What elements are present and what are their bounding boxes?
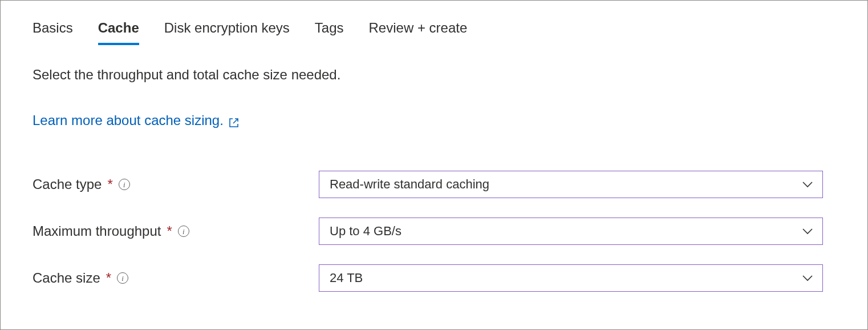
- field-cache-type: Cache type * i Read-write standard cachi…: [33, 171, 835, 198]
- tab-basics[interactable]: Basics: [33, 19, 73, 45]
- select-cache-type[interactable]: Read-write standard caching: [319, 171, 823, 198]
- required-indicator: *: [106, 270, 111, 286]
- info-icon[interactable]: i: [178, 226, 189, 237]
- label-max-throughput-text: Maximum throughput: [33, 223, 161, 239]
- tab-bar: Basics Cache Disk encryption keys Tags R…: [33, 19, 835, 45]
- description-text: Select the throughput and total cache si…: [33, 66, 835, 84]
- tab-tags[interactable]: Tags: [315, 19, 344, 45]
- select-cache-type-value: Read-write standard caching: [330, 177, 489, 192]
- label-cache-type: Cache type * i: [33, 176, 319, 192]
- select-max-throughput[interactable]: Up to 4 GB/s: [319, 218, 823, 245]
- required-indicator: *: [107, 176, 112, 192]
- label-cache-type-text: Cache type: [33, 176, 102, 192]
- learn-more-text: Learn more about cache sizing.: [33, 111, 224, 130]
- select-max-throughput-value: Up to 4 GB/s: [330, 224, 401, 239]
- chevron-down-icon: [802, 181, 813, 188]
- field-cache-size: Cache size * i 24 TB: [33, 264, 835, 292]
- required-indicator: *: [167, 223, 172, 239]
- external-link-icon: [228, 115, 240, 126]
- field-max-throughput: Maximum throughput * i Up to 4 GB/s: [33, 218, 835, 245]
- select-cache-size-value: 24 TB: [330, 271, 363, 285]
- learn-more-link[interactable]: Learn more about cache sizing.: [33, 111, 240, 130]
- tab-cache[interactable]: Cache: [98, 19, 139, 45]
- chevron-down-icon: [802, 275, 813, 281]
- tab-disk-encryption-keys[interactable]: Disk encryption keys: [164, 19, 290, 45]
- select-cache-size[interactable]: 24 TB: [319, 264, 823, 292]
- label-cache-size: Cache size * i: [33, 270, 319, 286]
- page-frame: Basics Cache Disk encryption keys Tags R…: [0, 0, 868, 330]
- info-icon[interactable]: i: [119, 179, 130, 190]
- label-cache-size-text: Cache size: [33, 270, 100, 286]
- tab-review-create[interactable]: Review + create: [369, 19, 468, 45]
- chevron-down-icon: [802, 228, 813, 235]
- label-max-throughput: Maximum throughput * i: [33, 223, 319, 239]
- info-icon[interactable]: i: [117, 272, 128, 284]
